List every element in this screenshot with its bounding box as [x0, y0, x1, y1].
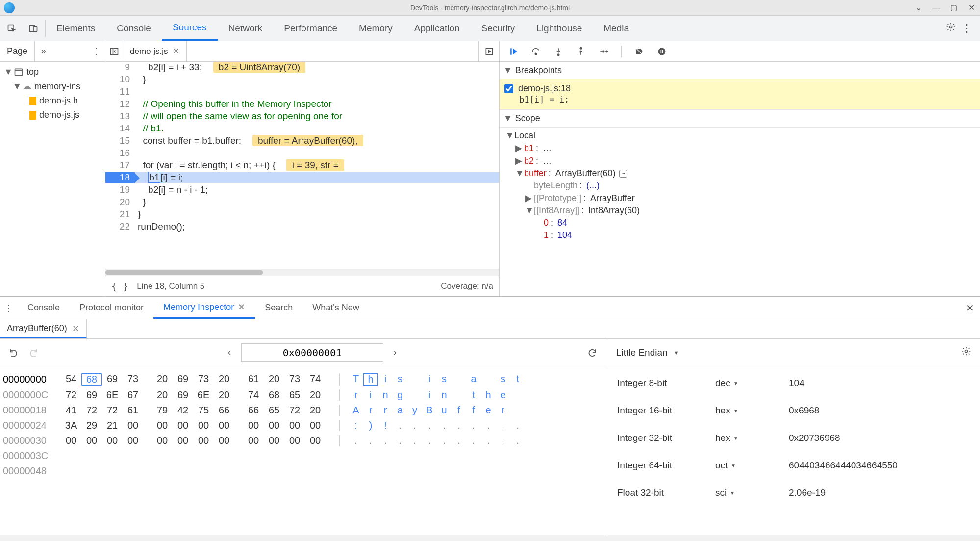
ascii-char[interactable]: a — [393, 405, 407, 416]
ascii-char[interactable] — [452, 373, 466, 386]
hex-byte[interactable]: 65 — [284, 389, 305, 401]
ascii-char[interactable]: y — [407, 405, 422, 416]
ascii-char[interactable]: . — [393, 420, 407, 431]
hex-byte[interactable]: 00 — [61, 435, 81, 446]
ascii-char[interactable]: a — [466, 373, 481, 386]
hex-byte[interactable]: 20 — [152, 373, 173, 386]
hex-byte[interactable]: 00 — [264, 435, 284, 446]
ascii-char[interactable]: . — [481, 420, 496, 431]
tree-file[interactable]: demo-js.h — [2, 94, 103, 108]
endianness-selector[interactable]: Little Endian — [616, 347, 678, 358]
drawer-tab-memory-inspector[interactable]: Memory Inspector✕ — [153, 297, 255, 319]
hex-byte[interactable]: 00 — [305, 420, 326, 431]
display-mode-select[interactable]: dec — [715, 378, 738, 388]
ascii-char[interactable]: h — [363, 373, 378, 386]
tree-domain[interactable]: ▼ ☁ memory-ins — [2, 79, 103, 94]
tree-file[interactable]: demo-js.js — [2, 108, 103, 122]
hex-byte[interactable]: 00 — [243, 435, 264, 446]
step-button[interactable] — [596, 44, 611, 59]
hex-byte[interactable]: 73 — [123, 373, 143, 386]
panel-tab-console[interactable]: Console — [106, 16, 162, 41]
drawer-tab-search[interactable]: Search — [255, 297, 302, 319]
ascii-char[interactable]: . — [510, 420, 525, 431]
hex-byte[interactable]: 72 — [61, 389, 81, 401]
close-tab-button[interactable]: ✕ — [238, 302, 245, 312]
breakpoint-item[interactable]: demo-js.js:18 — [504, 82, 975, 95]
sidebar-more-tabs[interactable]: » — [35, 41, 52, 61]
step-out-button[interactable] — [573, 44, 589, 59]
scope-section-header[interactable]: ▼ Scope — [500, 110, 980, 128]
hex-byte[interactable]: 20 — [305, 405, 326, 416]
ascii-char[interactable]: ) — [363, 420, 378, 431]
ascii-char[interactable]: r — [363, 405, 378, 416]
ascii-char[interactable]: e — [481, 405, 496, 416]
next-page-button[interactable]: › — [388, 346, 402, 360]
ascii-char[interactable]: . — [481, 435, 496, 446]
device-toolbar-button[interactable] — [25, 21, 41, 36]
ascii-char[interactable]: i — [378, 373, 393, 386]
sidebar-tab-page[interactable]: Page — [0, 41, 35, 61]
history-back-button[interactable] — [7, 346, 21, 360]
hex-byte[interactable]: 29 — [81, 420, 102, 431]
ascii-char[interactable]: A — [349, 405, 363, 416]
ascii-char[interactable]: B — [422, 405, 437, 416]
buffer-tab[interactable]: ArrayBuffer(60) ✕ — [0, 319, 87, 338]
hex-byte[interactable]: 73 — [284, 373, 305, 386]
hex-byte[interactable]: 54 — [61, 373, 81, 386]
ascii-char[interactable]: n — [437, 389, 452, 401]
hex-byte[interactable]: 20 — [305, 389, 326, 401]
hex-byte[interactable]: 00 — [102, 435, 123, 446]
ascii-char[interactable]: ! — [378, 420, 393, 431]
display-mode-select[interactable]: hex — [715, 405, 738, 415]
hex-byte[interactable]: 66 — [214, 405, 234, 416]
hex-byte[interactable]: 00 — [193, 435, 214, 446]
ascii-char[interactable]: . — [466, 435, 481, 446]
ascii-char[interactable]: s — [437, 373, 452, 386]
close-window-button[interactable]: ✕ — [962, 0, 980, 16]
toggle-navigator-button[interactable] — [105, 41, 123, 61]
resume-button[interactable] — [505, 44, 521, 59]
hex-byte[interactable]: 72 — [284, 405, 305, 416]
hex-byte[interactable]: 61 — [243, 373, 264, 386]
hex-byte[interactable]: 72 — [81, 405, 102, 416]
ascii-char[interactable]: r — [496, 405, 510, 416]
hex-byte[interactable]: 00 — [305, 435, 326, 446]
hex-byte[interactable]: 6E — [193, 389, 214, 401]
ascii-char[interactable] — [407, 373, 422, 386]
hex-byte[interactable]: 69 — [173, 389, 193, 401]
hex-byte[interactable]: 00 — [152, 420, 173, 431]
ascii-char[interactable]: . — [407, 435, 422, 446]
display-mode-select[interactable]: hex — [715, 433, 738, 443]
hex-byte[interactable]: 79 — [152, 405, 173, 416]
hex-byte[interactable]: 73 — [193, 373, 214, 386]
ascii-char[interactable] — [452, 389, 466, 401]
ascii-char[interactable]: s — [496, 373, 510, 386]
ascii-char[interactable]: s — [393, 373, 407, 386]
ascii-char[interactable] — [481, 373, 496, 386]
file-tab-demo-js[interactable]: demo-js.js ✕ — [123, 41, 187, 61]
ascii-char[interactable]: . — [452, 420, 466, 431]
ascii-char[interactable]: . — [422, 420, 437, 431]
hex-byte[interactable]: 00 — [243, 420, 264, 431]
minimize-button[interactable]: — — [927, 0, 945, 16]
horizontal-scrollbar[interactable] — [105, 269, 499, 276]
ascii-char[interactable]: T — [349, 373, 363, 386]
ascii-char[interactable]: . — [363, 435, 378, 446]
more-menu-button[interactable]: ⋮ — [961, 22, 972, 35]
hex-byte[interactable]: 00 — [193, 420, 214, 431]
inspect-element-button[interactable] — [4, 21, 20, 36]
panel-tab-application[interactable]: Application — [403, 16, 471, 41]
hex-byte[interactable]: 41 — [61, 405, 81, 416]
hex-byte[interactable]: 00 — [81, 435, 102, 446]
caret-down-icon[interactable]: ⌄ — [909, 0, 927, 16]
hex-byte[interactable]: 20 — [214, 389, 234, 401]
ascii-char[interactable]: . — [407, 420, 422, 431]
deactivate-breakpoints-button[interactable] — [631, 44, 647, 59]
ascii-char[interactable]: r — [378, 405, 393, 416]
sidebar-menu-button[interactable]: ⋮ — [87, 41, 105, 61]
scope-variable[interactable]: 0: 84 — [500, 217, 980, 229]
hex-byte[interactable]: 20 — [214, 373, 234, 386]
hex-byte[interactable]: 61 — [123, 405, 143, 416]
ascii-char[interactable]: i — [363, 389, 378, 401]
scope-variable[interactable]: ▼buffer: ArrayBuffer(60)⋯ — [500, 167, 980, 180]
